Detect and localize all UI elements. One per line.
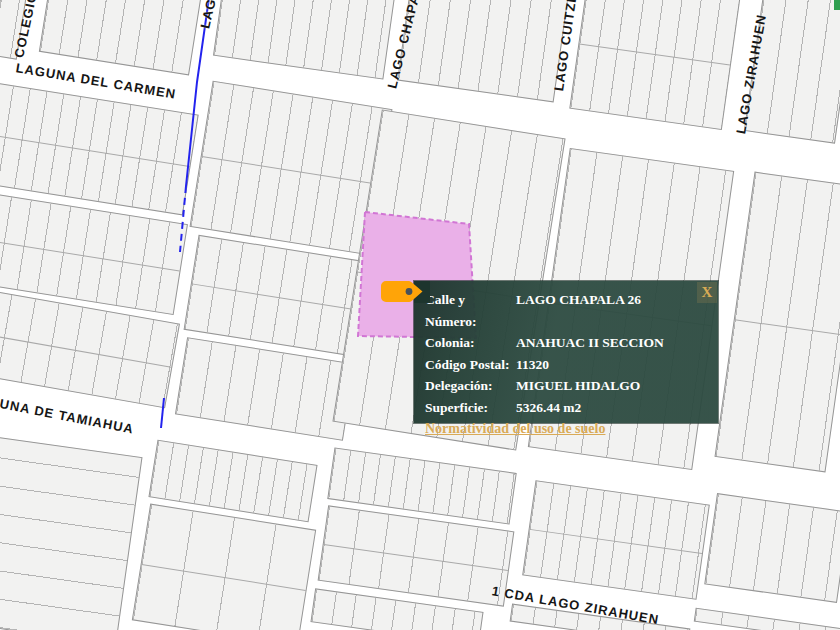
field-value: LAGO CHAPALA 26 bbox=[516, 289, 710, 332]
field-label: Delegación: bbox=[425, 375, 516, 397]
field-label: Colonia: bbox=[425, 332, 516, 354]
property-info-popup: X Calle y Número: LAGO CHAPALA 26 Coloni… bbox=[414, 281, 718, 423]
field-value: 11320 bbox=[516, 354, 710, 376]
normatividad-link[interactable]: Normatividad del uso de suelo bbox=[425, 419, 605, 439]
popup-field-row: Superficie: 5326.44 m2 bbox=[425, 397, 710, 419]
popup-field-row: Delegación: MIGUEL HIDALGO bbox=[425, 375, 710, 397]
field-label: Código Postal: bbox=[425, 354, 516, 376]
boundary-line bbox=[161, 0, 209, 428]
field-value: 5326.44 m2 bbox=[516, 397, 710, 419]
field-label: Calle y Número: bbox=[425, 289, 516, 332]
field-label: Superficie: bbox=[425, 397, 516, 419]
map-green-fragment bbox=[834, 0, 840, 10]
field-value: MIGUEL HIDALGO bbox=[516, 375, 710, 397]
field-value: ANAHUAC II SECCION bbox=[516, 332, 710, 354]
popup-field-row: Colonia: ANAHUAC II SECCION bbox=[425, 332, 710, 354]
popup-field-row: Calle y Número: LAGO CHAPALA 26 bbox=[425, 289, 710, 332]
cadastral-map[interactable]: COLEGIO LAGUNA DEL CARMEN LAGO LAGO CHAP… bbox=[0, 0, 840, 630]
popup-close-button[interactable]: X bbox=[697, 282, 717, 303]
popup-field-row: Código Postal: 11320 bbox=[425, 354, 710, 376]
